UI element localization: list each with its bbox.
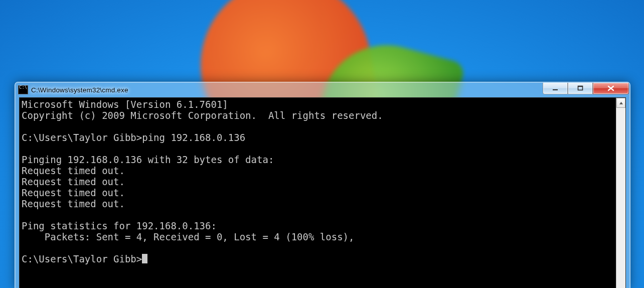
scroll-track[interactable] — [616, 108, 625, 288]
minimize-icon — [552, 85, 558, 91]
console-prompt: C:\Users\Taylor Gibb> — [22, 253, 142, 264]
console-line: Request timed out. — [22, 198, 125, 209]
console-line: C:\Users\Taylor Gibb>ping 192.168.0.136 — [22, 132, 245, 143]
console-line: Pinging 192.168.0.136 with 32 bytes of d… — [22, 154, 274, 165]
close-icon — [607, 85, 614, 91]
console-line: Request timed out. — [22, 165, 125, 176]
vertical-scrollbar[interactable] — [616, 98, 625, 288]
console-line: Copyright (c) 2009 Microsoft Corporation… — [22, 110, 383, 121]
maximize-icon — [577, 85, 583, 91]
console-output[interactable]: Microsoft Windows [Version 6.1.7601] Cop… — [20, 98, 616, 288]
desktop-background: C:\Windows\system32\cmd.exe Microsoft Wi… — [0, 0, 644, 288]
scroll-up-button[interactable] — [616, 98, 625, 108]
minimize-button[interactable] — [543, 83, 568, 94]
chevron-up-icon — [619, 101, 623, 105]
window-controls — [543, 83, 629, 94]
cmd-window[interactable]: C:\Windows\system32\cmd.exe Microsoft Wi… — [15, 82, 630, 288]
console-line: Packets: Sent = 4, Received = 0, Lost = … — [22, 231, 354, 242]
console-line: Request timed out. — [22, 187, 125, 198]
window-title: C:\Windows\system32\cmd.exe — [31, 86, 128, 94]
maximize-button[interactable] — [568, 83, 593, 94]
text-cursor — [142, 254, 147, 263]
svg-rect-0 — [553, 89, 558, 90]
console-line: Request timed out. — [22, 176, 125, 187]
close-button[interactable] — [593, 83, 629, 94]
console-client-area: Microsoft Windows [Version 6.1.7601] Cop… — [19, 97, 626, 288]
titlebar[interactable]: C:\Windows\system32\cmd.exe — [15, 82, 630, 97]
cmd-icon — [18, 85, 28, 94]
console-line: Ping statistics for 192.168.0.136: — [22, 220, 217, 231]
console-line: Microsoft Windows [Version 6.1.7601] — [22, 99, 228, 110]
svg-rect-2 — [578, 86, 583, 87]
